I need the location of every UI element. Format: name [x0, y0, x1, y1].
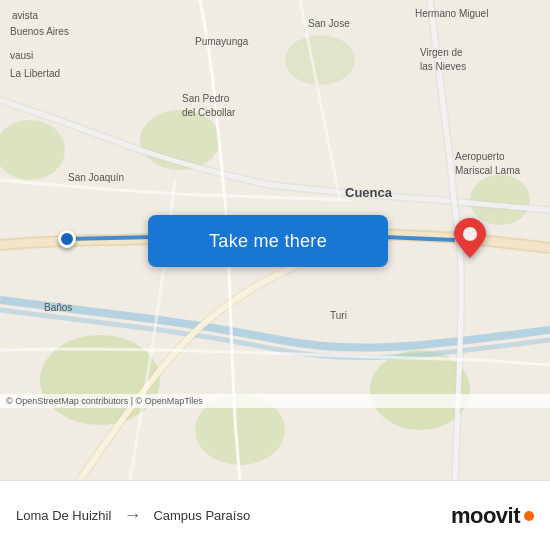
destination-label: Campus Paraíso	[153, 508, 250, 523]
svg-point-2	[0, 120, 65, 180]
svg-point-6	[285, 35, 355, 85]
map-attribution: © OpenStreetMap contributors | © OpenMap…	[0, 394, 550, 408]
moovit-dot	[524, 511, 534, 521]
destination-marker	[454, 218, 486, 262]
direction-arrow: →	[123, 505, 141, 526]
svg-point-7	[463, 227, 477, 241]
moovit-logo: moovit	[451, 503, 534, 529]
map-container: avista Buenos Aires vausi La Libertad Pu…	[0, 0, 550, 480]
bottom-bar: Loma De Huizhil → Campus Paraíso moovit	[0, 480, 550, 550]
origin-marker	[58, 230, 76, 248]
origin-label: Loma De Huizhil	[16, 508, 111, 523]
moovit-logo-text: moovit	[451, 503, 520, 529]
take-me-there-button[interactable]: Take me there	[148, 215, 388, 267]
